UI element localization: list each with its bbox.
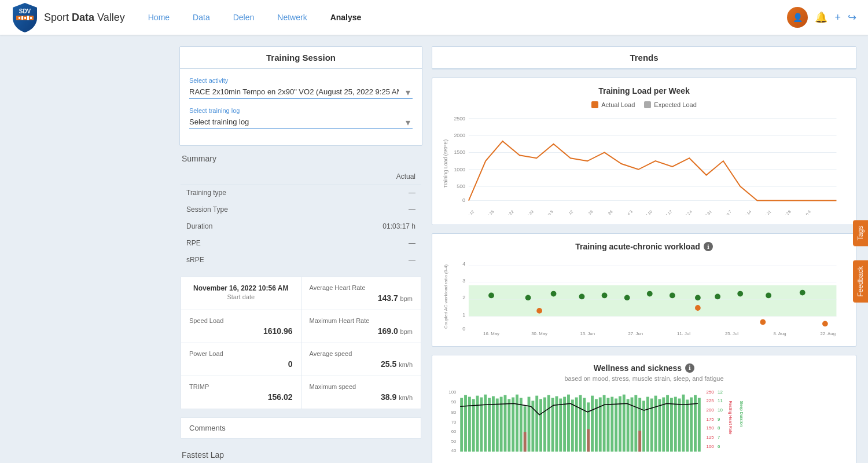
summary-session-type-label: Session Type bbox=[181, 201, 312, 218]
fastest-lap-section: Fastest Lap Clear selection bbox=[181, 447, 421, 463]
avg-hr-label: Average Heart Rate bbox=[310, 284, 413, 291]
svg-point-64 bbox=[760, 319, 766, 325]
svg-text:0: 0 bbox=[462, 326, 465, 332]
svg-point-59 bbox=[737, 291, 743, 297]
select-activity-label: Select activity bbox=[189, 77, 413, 84]
nav-home[interactable]: Home bbox=[148, 13, 170, 22]
chart1-svg: Training Load (sRPE) 2500 2000 1500 1000… bbox=[440, 113, 848, 215]
stat-avg-speed: Average speed 25.5 km/h bbox=[301, 343, 421, 376]
svg-rect-101 bbox=[539, 399, 542, 451]
table-row: Training type — bbox=[181, 185, 421, 201]
stat-avg-hr: Average Heart Rate 143.7 bpm bbox=[301, 277, 421, 310]
svg-point-56 bbox=[670, 293, 675, 299]
svg-point-55 bbox=[647, 291, 653, 297]
nav-links: Home Data Delen Netwerk Analyse bbox=[148, 13, 788, 22]
svg-text:10: 10 bbox=[718, 407, 723, 413]
summary-th-empty bbox=[181, 169, 312, 185]
select-training-log-label: Select training log bbox=[189, 107, 413, 114]
svg-rect-118 bbox=[606, 398, 609, 451]
svg-rect-87 bbox=[484, 395, 487, 452]
summary-srpe-value: — bbox=[312, 252, 421, 269]
max-speed-value: 38.9 km/h bbox=[310, 392, 413, 402]
svg-rect-82 bbox=[464, 395, 467, 452]
svg-rect-119 bbox=[610, 396, 613, 451]
nav-data[interactable]: Data bbox=[193, 13, 210, 22]
svg-rect-115 bbox=[595, 399, 598, 451]
table-row: RPE — bbox=[181, 235, 421, 252]
chart3-info-icon[interactable]: ℹ bbox=[685, 363, 694, 373]
svg-rect-39 bbox=[469, 285, 836, 317]
summary-rpe-label: RPE bbox=[181, 235, 312, 252]
svg-rect-6 bbox=[30, 17, 32, 19]
svg-rect-114 bbox=[591, 396, 594, 452]
avg-hr-value: 143.7 bpm bbox=[310, 293, 413, 303]
svg-text:6: 6 bbox=[718, 443, 720, 449]
svg-text:May 29: May 29 bbox=[522, 210, 535, 215]
svg-text:8. Aug: 8. Aug bbox=[774, 331, 786, 336]
svg-text:16. May: 16. May bbox=[483, 331, 499, 336]
svg-rect-96 bbox=[520, 398, 523, 451]
summary-rpe-value: — bbox=[312, 235, 421, 252]
svg-rect-100 bbox=[535, 396, 538, 452]
start-date-label: Start date bbox=[189, 293, 293, 300]
svg-text:1: 1 bbox=[462, 312, 465, 318]
summary-training-type-value: — bbox=[312, 185, 421, 201]
nav-analyse[interactable]: Analyse bbox=[330, 13, 362, 22]
svg-point-61 bbox=[800, 290, 806, 296]
nav-delen[interactable]: Delen bbox=[233, 13, 255, 22]
svg-text:12: 12 bbox=[718, 389, 723, 395]
stat-trimp: TRIMP 156.02 bbox=[181, 376, 301, 409]
svg-rect-106 bbox=[559, 398, 562, 451]
svg-text:90: 90 bbox=[451, 399, 457, 405]
svg-text:13. Jun: 13. Jun bbox=[580, 331, 595, 336]
chart2-svg: Coupled AC workload ratio (0-4) 4 3 2 1 … bbox=[440, 257, 848, 336]
svg-text:Sep 4: Sep 4 bbox=[801, 210, 812, 215]
svg-text:175: 175 bbox=[707, 417, 715, 422]
select-activity-wrapper[interactable]: RACE 2x10min Tempo en 2x90" VO2 (August … bbox=[189, 85, 413, 99]
max-hr-value: 169.0 bpm bbox=[310, 326, 413, 336]
select-training-log-wrapper[interactable]: Select training log ▾ bbox=[189, 115, 413, 129]
legend-actual-label: Actual Load bbox=[601, 101, 635, 108]
feedback-tab[interactable]: Feedback bbox=[853, 260, 868, 303]
right-panel: Trends Training Load per Week Actual Loa… bbox=[432, 46, 856, 463]
legend-actual-dot bbox=[591, 101, 598, 108]
trimp-label: TRIMP bbox=[189, 383, 293, 390]
svg-rect-84 bbox=[472, 399, 475, 451]
svg-text:2000: 2000 bbox=[454, 133, 465, 138]
tags-tab[interactable]: Tags bbox=[853, 220, 868, 246]
logout-icon[interactable]: ↪ bbox=[848, 11, 856, 24]
chart3-title: Wellness and sickness bbox=[594, 363, 682, 373]
svg-text:11. Jul: 11. Jul bbox=[677, 331, 690, 336]
svg-text:Coupled AC workload ratio (0-4: Coupled AC workload ratio (0-4) bbox=[443, 264, 448, 329]
svg-text:Aug 28: Aug 28 bbox=[780, 210, 792, 215]
svg-rect-109 bbox=[571, 399, 574, 451]
svg-point-50 bbox=[525, 295, 531, 301]
plus-icon[interactable]: + bbox=[834, 12, 841, 24]
table-row: sRPE — bbox=[181, 252, 421, 269]
svg-rect-132 bbox=[662, 397, 665, 451]
select-activity-dropdown[interactable]: RACE 2x10min Tempo en 2x90" VO2 (August … bbox=[189, 85, 413, 98]
legend-expected-dot bbox=[644, 101, 651, 108]
svg-text:150: 150 bbox=[707, 425, 715, 431]
logo-icon: SDV bbox=[12, 2, 38, 33]
svg-rect-131 bbox=[658, 399, 661, 451]
start-date-value: November 16, 2022 10:56 AM bbox=[189, 284, 293, 292]
svg-text:125: 125 bbox=[707, 435, 715, 440]
svg-text:1000: 1000 bbox=[454, 167, 465, 172]
svg-rect-88 bbox=[488, 398, 491, 451]
svg-text:May 15: May 15 bbox=[483, 210, 495, 215]
summary-srpe-label: sRPE bbox=[181, 252, 312, 269]
select-training-log-dropdown[interactable]: Select training log bbox=[189, 115, 413, 128]
svg-rect-102 bbox=[543, 397, 546, 451]
svg-text:Jun 19: Jun 19 bbox=[582, 210, 594, 215]
svg-text:9: 9 bbox=[718, 417, 720, 422]
bell-icon[interactable]: 🔔 bbox=[815, 11, 827, 24]
svg-point-51 bbox=[551, 291, 557, 297]
chart2-info-icon[interactable]: ℹ bbox=[704, 242, 713, 251]
comments-label: Comments bbox=[189, 424, 226, 432]
nav-netwerk[interactable]: Netwerk bbox=[277, 13, 307, 22]
max-hr-label: Maximum Heart Rate bbox=[310, 317, 413, 324]
chart3-svg-container: 100 90 80 70 60 50 40 bbox=[440, 387, 848, 462]
legend-expected-label: Expected Load bbox=[654, 101, 696, 108]
svg-rect-122 bbox=[623, 395, 626, 452]
